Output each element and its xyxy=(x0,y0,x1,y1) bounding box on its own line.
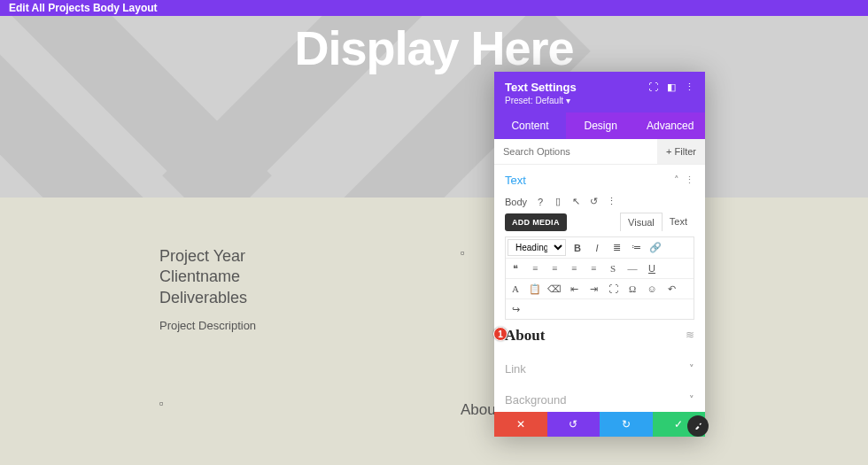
italic-icon[interactable]: I xyxy=(587,238,607,258)
snap-icon[interactable]: ◧ xyxy=(667,81,676,93)
section-background-header[interactable]: Background ˅ xyxy=(494,384,705,412)
undo-button[interactable]: ↺ xyxy=(547,412,601,437)
fullscreen-icon[interactable]: ⛶ xyxy=(603,279,623,298)
align-center-icon[interactable]: ≡ xyxy=(545,259,564,278)
section-background-title: Background xyxy=(505,393,566,407)
redo-icon[interactable]: ↪ xyxy=(506,299,525,319)
strike-icon[interactable]: S xyxy=(603,259,623,278)
panel-title: Text Settings xyxy=(505,81,577,94)
page-settings-fab[interactable] xyxy=(687,415,709,437)
phone-icon[interactable]: ▯ xyxy=(552,196,564,207)
align-right-icon[interactable]: ≡ xyxy=(564,259,584,278)
brush-icon xyxy=(693,421,703,431)
help-icon[interactable]: ? xyxy=(534,197,546,207)
broken-image-icon: ▫ xyxy=(159,397,164,410)
chevron-down-icon[interactable]: ˅ xyxy=(689,394,694,406)
expand-icon[interactable]: ⛶ xyxy=(648,81,658,93)
filter-button[interactable]: + Filter xyxy=(657,139,705,164)
preset-dropdown[interactable]: Preset: Default ▾ xyxy=(505,96,694,105)
editor-area[interactable]: 1 About ≋ xyxy=(505,327,694,345)
align-left-icon[interactable]: ≡ xyxy=(525,259,545,278)
hr-icon[interactable]: — xyxy=(623,259,642,278)
tab-design[interactable]: Design xyxy=(566,112,636,139)
undo-icon[interactable]: ↶ xyxy=(662,279,681,298)
panel-tabs: Content Design Advanced xyxy=(494,112,705,139)
hover-icon[interactable]: ↖ xyxy=(570,196,582,207)
project-description: Project Description xyxy=(159,319,256,332)
panel-actions: ✕ ↺ ↻ ✓ xyxy=(494,412,705,437)
project-deliverables: Deliverables xyxy=(159,288,256,308)
link-icon[interactable]: 🔗 xyxy=(646,238,665,258)
project-year: Project Year xyxy=(159,246,256,267)
panel-header[interactable]: Text Settings ⛶ ◧ ⋮ Preset: Default ▾ xyxy=(494,72,705,112)
section-link-header[interactable]: Link ˅ xyxy=(494,353,705,384)
indent-icon[interactable]: ⇥ xyxy=(584,279,603,298)
about-heading-canvas[interactable]: Abou xyxy=(461,401,496,419)
search-input[interactable] xyxy=(494,139,657,164)
editor-heading-text[interactable]: About xyxy=(505,327,545,344)
canvas: Display Here Project Year Clientname Del… xyxy=(0,16,868,465)
section-text-header[interactable]: Text ˄⋮ xyxy=(494,165,705,196)
quote-icon[interactable]: ❝ xyxy=(506,259,525,278)
emoji-icon[interactable]: ☺ xyxy=(642,279,662,298)
bullet-list-icon[interactable]: ≣ xyxy=(607,238,626,258)
chevron-down-icon[interactable]: ˅ xyxy=(689,363,694,375)
underline-icon[interactable]: U xyxy=(642,259,662,278)
number-list-icon[interactable]: ≔ xyxy=(626,238,646,258)
paste-icon[interactable]: 📋 xyxy=(525,279,545,298)
project-client: Clientname xyxy=(159,267,256,287)
tab-content[interactable]: Content xyxy=(494,112,566,139)
reset-icon[interactable]: ↺ xyxy=(587,196,600,207)
kebab-icon[interactable]: ⋮ xyxy=(685,174,694,186)
editor-tab-text[interactable]: Text xyxy=(663,213,694,231)
chevron-up-icon[interactable]: ˄ xyxy=(674,174,679,186)
body-label: Body xyxy=(505,197,527,207)
text-settings-panel: Text Settings ⛶ ◧ ⋮ Preset: Default ▾ Co… xyxy=(494,72,705,437)
align-justify-icon[interactable]: ≡ xyxy=(584,259,603,278)
text-color-icon[interactable]: A xyxy=(506,279,525,298)
editor-tab-visual[interactable]: Visual xyxy=(620,213,663,231)
hero-heading: Display Here xyxy=(294,20,573,75)
top-bar-title: Edit All Projects Body Layout xyxy=(9,2,158,14)
search-row: + Filter xyxy=(494,139,705,165)
project-info: Project Year Clientname Deliverables Pro… xyxy=(159,246,256,332)
kebab-icon[interactable]: ⋮ xyxy=(685,81,694,93)
outdent-icon[interactable]: ⇤ xyxy=(564,279,584,298)
media-row: ADD MEDIA Visual Text xyxy=(494,213,705,236)
section-link-title: Link xyxy=(505,362,526,376)
redo-button[interactable]: ↻ xyxy=(600,412,653,437)
tab-advanced[interactable]: Advanced xyxy=(635,112,705,139)
annotation-marker-1: 1 xyxy=(493,327,508,341)
content-area: Project Year Clientname Deliverables Pro… xyxy=(0,198,868,465)
wysiwyg-toolbar: Heading 2 B I ≣ ≔ 🔗 ❝ ≡ ≡ ≡ ≡ S — U A 📋 … xyxy=(505,236,694,320)
broken-image-icon: ▫ xyxy=(461,246,465,260)
bold-icon[interactable]: B xyxy=(568,238,587,258)
hero-section: Display Here xyxy=(0,16,868,198)
dynamic-content-icon[interactable]: ≋ xyxy=(686,329,694,341)
body-option-row: Body ? ▯ ↖ ↺ ⋮ xyxy=(494,196,705,213)
top-bar: Edit All Projects Body Layout xyxy=(0,0,868,16)
section-text-title: Text xyxy=(505,174,526,187)
add-media-button[interactable]: ADD MEDIA xyxy=(505,213,567,231)
clear-format-icon[interactable]: ⌫ xyxy=(545,279,564,298)
format-select[interactable]: Heading 2 xyxy=(508,239,566,256)
kebab-icon[interactable]: ⋮ xyxy=(605,196,617,207)
special-char-icon[interactable]: Ω xyxy=(623,279,642,298)
cancel-button[interactable]: ✕ xyxy=(494,412,547,437)
